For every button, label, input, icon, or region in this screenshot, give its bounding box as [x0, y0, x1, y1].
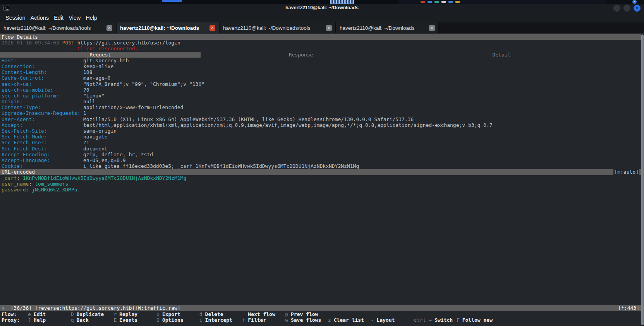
shortcut-key: _ [242, 311, 245, 317]
scrollbar-thumb[interactable] [641, 34, 644, 325]
menu-item[interactable]: View [69, 15, 81, 21]
header-row[interactable]: Accept-Language:en-US,en;q=0.9 [0, 157, 641, 163]
form-field-name: user_name [2, 181, 29, 187]
header-row[interactable]: sec-ch-ua-platform:"Linux" [0, 93, 641, 99]
status-flow-count: ⇩ [36/36] [reverse:https://git.sorcery.h… [2, 305, 180, 311]
tab-close-button[interactable]: ✕ [429, 25, 435, 31]
terminal-tab-bar: havertz2110@kali: ~/Downloads/tools ✕ ha… [0, 22, 644, 34]
tab-close-button[interactable]: ✕ [326, 25, 332, 31]
shortcut-key: E [113, 317, 117, 323]
shortcut-key: i [199, 317, 203, 323]
shortcut-label: Options [162, 317, 184, 323]
shortcut-key: d [199, 311, 203, 317]
shortcut-label: Save flows [291, 317, 321, 323]
shortcut-key: q [71, 317, 74, 323]
header-name: Origin: [2, 99, 83, 104]
window-title: havertz2110@kali: ~/Downloads [0, 5, 644, 10]
shortcut-label: Duplicate [77, 311, 104, 317]
shortcut-label: Replay [119, 311, 137, 317]
header-row[interactable]: Connection:keep-alive [0, 63, 641, 69]
terminal-tab-label: havertz2110@kali: ~/Downloads [120, 25, 199, 31]
window-titlebar[interactable]: ›_ havertz2110@kali: ~/Downloads ✕ [0, 4, 644, 13]
header-row[interactable]: Accept-Encoding:gzip, deflate, br, zstd [0, 152, 641, 157]
flow-details-title: Flow Details [2, 34, 38, 40]
shortcut-label: Back [77, 317, 89, 323]
shortcut-hint: DDuplicate [71, 311, 114, 317]
header-row[interactable]: User-Agent:Mozilla/5.0 (X11; Linux x86_6… [0, 116, 641, 122]
shortcut-hint: pPrev flow [285, 311, 328, 317]
flow-view-tabs: Request Response Detail [0, 52, 641, 58]
header-row[interactable]: sec-ch-ua-mobile:?0 [0, 87, 641, 93]
header-row[interactable]: Sec-Fetch-Site:same-origin [0, 128, 641, 134]
shortcut-hint: _Next flow [242, 311, 285, 317]
header-row[interactable]: Upgrade-Insecure-Requests:1 [0, 110, 641, 116]
background-histogram-graphic [330, 0, 354, 4]
header-row[interactable]: Sec-Fetch-Mode:navigate [0, 134, 641, 140]
konsole-window: ›_ havertz2110@kali: ~/Downloads ✕ Sessi… [0, 4, 644, 326]
header-row[interactable]: Origin:null [0, 99, 641, 104]
menu-item[interactable]: Session [5, 15, 26, 21]
menu-item[interactable]: Actions [31, 15, 49, 21]
tab-close-button[interactable]: ✕ [106, 25, 112, 31]
header-row[interactable]: Cache-Control:max-age=0 [0, 75, 641, 81]
shortcut-hint: EEvents [113, 317, 156, 323]
maximize-button[interactable] [623, 5, 630, 12]
shortcut-label: Prev flow [291, 311, 318, 317]
shortcut-key: e [28, 311, 31, 317]
menu-item[interactable]: Edit [54, 15, 64, 21]
shortcut-hint: ?Help [28, 317, 71, 323]
terminal-scrollbar[interactable] [641, 34, 644, 326]
body-encoding-label: URL-encoded [2, 169, 35, 175]
flow-view-tab[interactable]: Detail [401, 52, 602, 58]
header-row[interactable]: Cookie:i_like_gitea=ff16eced33dd03e5; _c… [0, 163, 641, 169]
header-row[interactable]: Content-Type:application/x-www-form-urle… [0, 104, 641, 110]
form-field-row[interactable]: user_name: tom_summers [0, 181, 641, 187]
header-name: sec-ch-ua-mobile: [2, 87, 83, 93]
header-name: sec-ch-ua: [2, 81, 83, 87]
flow-view-tab[interactable]: Response [201, 52, 401, 58]
terminal-viewport[interactable]: Flow Details 2026-01-16 09:34:03 POST ht… [0, 34, 644, 326]
shortcut-key: O [156, 317, 160, 323]
header-value: ?1 [83, 140, 89, 145]
flow-view-tab[interactable]: Request [0, 52, 201, 58]
menu-item[interactable]: Help [86, 15, 97, 21]
header-name: Accept: [2, 122, 83, 128]
header-name: Connection: [2, 63, 83, 69]
terminal-tab[interactable]: havertz2110@kali: ~/Downloads ✕ [117, 22, 220, 33]
header-value: 108 [83, 69, 92, 75]
shortcut-label: Switch [434, 317, 453, 323]
header-value: text/html,application/xhtml+xml,applicat… [83, 122, 493, 128]
background-close-icon: ✕ [632, 0, 637, 4]
body-section-header: URL-encoded [m:auto] [0, 169, 641, 175]
shortcut-hint: eEdit [28, 311, 71, 317]
header-row[interactable]: sec-ch-ua:"Not?A_Brand";v="99", "Chromiu… [0, 81, 641, 87]
tab-close-button[interactable]: ✕ [210, 25, 215, 31]
form-field-row[interactable]: _csrf: 1KnPvMOBf1dEioWHvwk5IdDwyys6MTc2O… [0, 175, 641, 181]
header-row[interactable]: Accept:text/html,application/xhtml+xml,a… [0, 122, 641, 128]
form-field-name: password [2, 187, 26, 193]
shortcut-label: Layout [376, 317, 395, 323]
shortcut-hint: zClear list [328, 317, 371, 323]
form-field-value: jNsMKQ6k2.XDMPu. [32, 187, 80, 193]
proxy-shortcuts-row: Proxy: ?HelpqBackEEventsOOptionsiInterce… [0, 317, 641, 323]
terminal-tab[interactable]: havertz2110@kali: ~/Downloads ✕ [336, 22, 439, 33]
shortcut-label: Clear list [334, 317, 364, 323]
terminal-tab[interactable]: havertz2110@kali: ~/Downloads/tools ✕ [0, 22, 117, 33]
shortcut-label: Export [162, 311, 180, 317]
terminal-tab[interactable]: havertz2110@kali: ~/Downloads/tools ✕ [220, 22, 336, 33]
header-value: max-age=0 [83, 75, 110, 81]
header-name: Accept-Language: [2, 157, 83, 163]
header-row[interactable]: Host:git.sorcery.htb [0, 58, 641, 63]
header-row[interactable]: Sec-Fetch-Dest:document [0, 146, 641, 152]
header-value: keep-alive [83, 63, 113, 69]
screen: ✕ ›_ havertz2110@kali: ~/Downloads ✕ Ses… [0, 0, 644, 326]
shortcut-hint: -Layout [371, 317, 414, 323]
form-field-row[interactable]: password: jNsMKQ6k2.XDMPu. [0, 187, 641, 193]
header-row[interactable]: Content-Length:108 [0, 69, 641, 75]
header-value: same-origin [83, 128, 117, 134]
shortcut-hint: fFilter [242, 317, 285, 323]
close-button[interactable]: ✕ [634, 5, 641, 12]
header-row[interactable]: Sec-Fetch-User:?1 [0, 140, 641, 145]
minimize-button[interactable] [613, 5, 620, 12]
mitmproxy-bottom-bars: ⇩ [36/36] [reverse:https://git.sorcery.h… [0, 305, 641, 323]
